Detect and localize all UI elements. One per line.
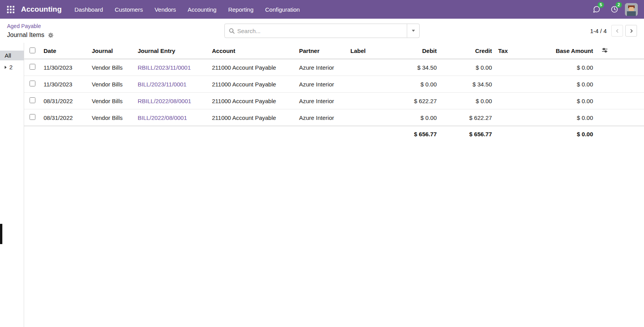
table-row[interactable]: 11/30/2023Vendor BillsBILL/2023/11/00012… [24, 76, 644, 93]
sidebar-item-all[interactable]: All [0, 51, 24, 60]
messages-button[interactable]: 5 [588, 0, 606, 19]
row-end-spacer [596, 76, 644, 93]
search-panel-sidebar: All 2 [0, 43, 24, 327]
breadcrumb-aged-payable[interactable]: Aged Payable [7, 23, 41, 29]
cell-debit: $ 0.00 [401, 76, 440, 93]
cell-partner: Azure Interior [296, 93, 347, 109]
apps-menu-button[interactable] [3, 2, 18, 17]
menu-item-accounting[interactable]: Accounting [182, 1, 222, 18]
header-label[interactable]: Label [347, 43, 401, 59]
header-credit[interactable]: Credit [440, 43, 495, 59]
header-options-cell [596, 43, 644, 59]
pager: 1-4 / 4 [590, 25, 637, 37]
header-tax[interactable]: Tax [495, 43, 514, 59]
row-select-cell [24, 76, 40, 93]
cell-tax [495, 93, 514, 109]
row-checkbox[interactable] [30, 114, 35, 120]
cell-account: 211000 Account Payable [209, 76, 296, 93]
search-input[interactable] [235, 28, 407, 34]
pager-next-button[interactable] [625, 25, 637, 37]
row-select-cell [24, 93, 40, 109]
journal-entry-link[interactable]: RBILL/2022/08/0001 [138, 98, 191, 104]
table-footer: $ 656.77 $ 656.77 $ 0.00 [24, 126, 644, 142]
header-base-amount[interactable]: Base Amount [514, 43, 596, 59]
menu-item-customers[interactable]: Customers [109, 1, 149, 18]
list-view: Date Journal Journal Entry Account Partn… [24, 43, 644, 327]
cell-credit: $ 0.00 [440, 59, 495, 76]
menu-item-dashboard[interactable]: Dashboard [69, 1, 109, 18]
header-account[interactable]: Account [209, 43, 296, 59]
cell-journal: Vendor Bills [89, 59, 135, 76]
row-checkbox[interactable] [30, 97, 35, 103]
apps-grid-icon [7, 6, 14, 13]
menu-item-configuration[interactable]: Configuration [259, 1, 306, 18]
select-all-cell [24, 43, 40, 59]
row-checkbox[interactable] [30, 81, 35, 86]
activities-button[interactable]: 2 [606, 0, 623, 19]
cell-account: 211000 Account Payable [209, 109, 296, 126]
cell-partner: Azure Interior [296, 109, 347, 126]
table-row[interactable]: 11/30/2023Vendor BillsRBILL/2023/11/0001… [24, 59, 644, 76]
totals-end-spacer [596, 126, 644, 142]
journal-items-body: 11/30/2023Vendor BillsRBILL/2023/11/0001… [24, 59, 644, 126]
row-select-cell [24, 59, 40, 76]
totals-spacer [24, 126, 401, 142]
cell-base-amount: $ 0.00 [514, 93, 596, 109]
table-row[interactable]: 08/31/2022Vendor BillsRBILL/2022/08/0001… [24, 93, 644, 109]
journal-entry-link[interactable]: RBILL/2023/11/0001 [138, 64, 191, 71]
journal-items-table: Date Journal Journal Entry Account Partn… [24, 43, 644, 142]
user-avatar[interactable] [625, 3, 638, 16]
search-options-toggle[interactable] [407, 24, 419, 38]
chevron-left-icon [615, 29, 620, 33]
cell-credit: $ 34.50 [440, 76, 495, 93]
optional-columns-button[interactable] [599, 47, 608, 53]
cell-debit: $ 34.50 [401, 59, 440, 76]
table-header: Date Journal Journal Entry Account Partn… [24, 43, 644, 59]
caret-right-icon [5, 66, 7, 69]
select-all-checkbox[interactable] [30, 47, 35, 53]
header-debit[interactable]: Debit [401, 43, 440, 59]
row-checkbox[interactable] [30, 64, 35, 70]
header-journal-entry[interactable]: Journal Entry [135, 43, 209, 59]
cell-journal-entry: RBILL/2023/11/0001 [135, 59, 209, 76]
header-date[interactable]: Date [40, 43, 89, 59]
view-settings-button[interactable] [48, 32, 54, 38]
cell-tax [495, 59, 514, 76]
cell-label [347, 109, 401, 126]
journal-entry-link[interactable]: BILL/2023/11/0001 [138, 81, 187, 88]
search-icon [229, 28, 235, 34]
cell-journal: Vendor Bills [89, 76, 135, 93]
cell-date: 11/30/2023 [40, 59, 89, 76]
cell-date: 11/30/2023 [40, 76, 89, 93]
sidebar-group-count: 2 [9, 64, 12, 70]
menu-item-vendors[interactable]: Vendors [149, 1, 182, 18]
cell-tax [495, 109, 514, 126]
total-base-amount: $ 0.00 [514, 126, 596, 142]
menu-item-reporting[interactable]: Reporting [222, 1, 259, 18]
cell-journal-entry: RBILL/2022/08/0001 [135, 93, 209, 109]
total-tax-empty [495, 126, 514, 142]
cell-partner: Azure Interior [296, 76, 347, 93]
header-partner[interactable]: Partner [296, 43, 347, 59]
pager-range: 1-4 / 4 [590, 28, 607, 34]
table-row[interactable]: 08/31/2022Vendor BillsBILL/2022/08/00012… [24, 109, 644, 126]
gear-icon [48, 32, 54, 38]
row-end-spacer [596, 109, 644, 126]
activities-badge: 2 [616, 2, 622, 8]
header-journal[interactable]: Journal [89, 43, 135, 59]
pager-previous-button[interactable] [611, 25, 623, 37]
search-bar [224, 24, 420, 38]
cell-partner: Azure Interior [296, 59, 347, 76]
row-end-spacer [596, 93, 644, 109]
avatar-image [625, 3, 638, 16]
app-name[interactable]: Accounting [21, 5, 62, 14]
cell-label [347, 59, 401, 76]
left-scrollbar-thumb[interactable] [0, 224, 2, 244]
main-menu: Dashboard Customers Vendors Accounting R… [69, 1, 306, 18]
cell-journal: Vendor Bills [89, 109, 135, 126]
page-title: Journal Items [7, 31, 44, 39]
journal-entry-link[interactable]: BILL/2022/08/0001 [138, 114, 187, 121]
cell-label [347, 93, 401, 109]
cell-base-amount: $ 0.00 [514, 109, 596, 126]
sidebar-group-toggle[interactable]: 2 [0, 60, 24, 70]
